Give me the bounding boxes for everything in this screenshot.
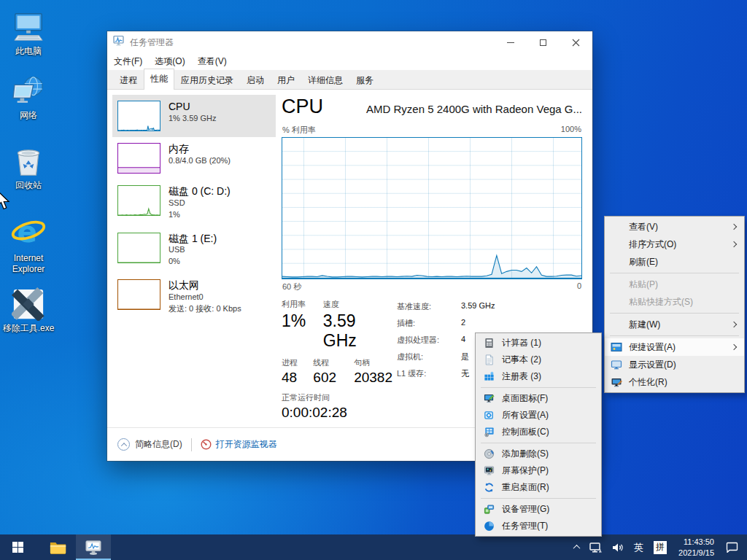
menu-view[interactable]: 查看(V) — [198, 55, 227, 68]
stat-value-handles: 20382 — [354, 370, 392, 386]
menu-options[interactable]: 选项(O) — [155, 55, 185, 68]
fewer-details-toggle[interactable]: 简略信息(D) — [117, 438, 182, 451]
tab-processes[interactable]: 进程 — [113, 70, 144, 90]
sidebar-item-stats: 发送: 0 接收: 0 Kbps — [169, 303, 241, 315]
submenu-calculator[interactable]: 计算器 (1) — [476, 335, 601, 351]
context-menu-paste-shortcut: 粘贴快捷方式(S) — [605, 293, 744, 311]
desktop-icon-network[interactable]: 网络 — [0, 73, 57, 121]
menu-item-label: 记事本 (2) — [502, 354, 541, 366]
stat-label: 正常运行时间 — [282, 392, 347, 403]
tray-clock[interactable]: 11:43:50 2021/9/15 — [672, 534, 721, 560]
menu-separator — [610, 313, 739, 314]
recycle-bin-icon — [0, 143, 57, 178]
minimize-button[interactable] — [494, 31, 527, 53]
desktop-icon-internet-explorer[interactable]: e Internet Explorer — [0, 216, 57, 275]
stat-value-base-speed: 3.59 GHz — [461, 301, 495, 312]
sidebar-item-cpu[interactable]: CPU 1% 3.59 GHz — [112, 95, 276, 137]
stat-label: 线程 — [313, 357, 354, 368]
maximize-button[interactable] — [527, 31, 560, 53]
tray-show-hidden-icons[interactable] — [569, 534, 584, 560]
notepad-icon — [483, 354, 495, 366]
submenu-registry[interactable]: 注册表 (3) — [476, 368, 601, 385]
menu-separator — [481, 443, 596, 443]
submenu-restart-desktop[interactable]: 重启桌面(R) — [476, 479, 601, 496]
tray-language-indicator[interactable]: 英 — [629, 534, 649, 560]
menu-item-label: 添加删除(S) — [502, 448, 549, 460]
stat-label: L1 缓存: — [397, 368, 461, 379]
taskbar: 英 拼 11:43:50 2021/9/15 — [0, 534, 747, 560]
app-icon — [113, 35, 125, 50]
tray-network[interactable] — [584, 534, 607, 560]
close-button[interactable] — [560, 31, 592, 53]
fewer-details-label: 简略信息(D) — [135, 438, 182, 451]
context-menu-display-settings[interactable]: 显示设置(D) — [605, 356, 744, 373]
submenu-device-manager[interactable]: 设备管理(G) — [476, 501, 601, 518]
sidebar-item-disk0[interactable]: 磁盘 0 (C: D:) SSD 1% — [112, 179, 276, 227]
menu-item-label: 任务管理(T) — [502, 520, 548, 532]
open-resource-monitor-link[interactable]: 打开资源监视器 — [201, 438, 277, 451]
context-menu-quick-settings[interactable]: 便捷设置(A) — [605, 338, 744, 356]
sidebar-item-disk1[interactable]: 磁盘 1 (E:) USB 0% — [112, 227, 276, 274]
action-center-button[interactable] — [721, 534, 747, 560]
menu-item-label: 重启桌面(R) — [502, 481, 549, 494]
calculator-icon — [483, 337, 495, 349]
mouse-cursor — [0, 190, 12, 214]
taskbar-task-manager-button[interactable] — [76, 534, 111, 560]
desktop-context-menu: 查看(V) 排序方式(O) 刷新(E) 粘贴(P) 粘贴快捷方式(S) 新建(W… — [604, 216, 745, 393]
submenu-notepad[interactable]: 记事本 (2) — [476, 351, 601, 368]
submenu-add-remove[interactable]: 添加删除(S) — [476, 446, 601, 462]
quick-settings-icon — [610, 341, 622, 354]
action-center-icon — [726, 542, 738, 553]
menu-item-label: 控制面板(C) — [502, 426, 549, 438]
speaker-icon — [612, 542, 624, 553]
title-bar[interactable]: 任务管理器 — [107, 31, 592, 53]
context-menu-personalize[interactable]: 个性化(R) — [605, 373, 744, 391]
submenu-arrow-icon — [731, 344, 737, 350]
menu-file[interactable]: 文件(F) — [114, 55, 142, 68]
context-menu-new[interactable]: 新建(W) — [605, 316, 744, 333]
stat-label: 句柄 — [354, 357, 392, 368]
quick-settings-submenu: 计算器 (1) 记事本 (2) 注册表 (3) — [475, 332, 602, 537]
desktop-icon-recycle-bin[interactable]: 回收站 — [0, 143, 57, 191]
tab-details[interactable]: 详细信息 — [301, 70, 349, 90]
task-manager-icon — [483, 520, 495, 532]
tray-volume[interactable] — [607, 534, 629, 560]
all-settings-icon — [483, 409, 495, 421]
submenu-screensaver[interactable]: 屏幕保护(P) — [476, 462, 601, 479]
tab-users[interactable]: 用户 — [271, 70, 301, 90]
context-menu-refresh[interactable]: 刷新(E) — [605, 253, 744, 271]
stat-value-speed: 3.59 GHz — [323, 311, 392, 351]
desktop-icon-label: 此电脑 — [0, 46, 57, 57]
tray-date: 2021/9/15 — [678, 548, 714, 559]
menu-separator — [610, 273, 739, 273]
submenu-desktop-icons[interactable]: 桌面图标(F) — [476, 390, 601, 407]
submenu-all-settings[interactable]: 所有设置(A) — [476, 407, 601, 424]
tray-ime-indicator[interactable]: 拼 — [649, 534, 672, 560]
disk0-mini-graph — [117, 185, 160, 216]
control-panel-icon — [483, 426, 495, 438]
task-manager-window-icon — [85, 540, 102, 556]
sidebar-item-memory[interactable]: 内存 0.8/4.0 GB (20%) — [112, 137, 276, 179]
context-menu-sort-by[interactable]: 排序方式(O) — [605, 236, 744, 253]
desktop-icon-this-pc[interactable]: 此电脑 — [0, 9, 57, 57]
tab-services[interactable]: 服务 — [349, 70, 380, 90]
disk1-mini-graph — [117, 233, 160, 263]
desktop-icons-icon — [483, 392, 495, 405]
tab-performance[interactable]: 性能 — [144, 69, 174, 90]
menu-item-label: 计算器 (1) — [502, 337, 541, 349]
start-button[interactable] — [0, 534, 35, 560]
submenu-control-panel[interactable]: 控制面板(C) — [476, 424, 601, 440]
stat-value-processes: 48 — [282, 370, 313, 386]
submenu-task-manager[interactable]: 任务管理(T) — [476, 518, 601, 534]
sidebar-item-ethernet[interactable]: 以太网 Ethernet0 发送: 0 接收: 0 Kbps — [112, 273, 276, 321]
menu-item-label: 设备管理(G) — [502, 503, 549, 516]
context-menu-paste: 粘贴(P) — [605, 276, 744, 293]
menu-item-label: 便捷设置(A) — [629, 341, 676, 354]
taskbar-file-explorer-button[interactable] — [41, 534, 76, 560]
tab-app-history[interactable]: 应用历史记录 — [174, 70, 240, 90]
context-menu-view[interactable]: 查看(V) — [605, 218, 744, 236]
tab-startup[interactable]: 启动 — [240, 70, 271, 90]
desktop-icon-remove-tool[interactable]: 移除工具.exe — [0, 286, 57, 334]
x-axis-right: 0 — [577, 281, 581, 292]
stat-label: 虚拟处理器: — [397, 335, 461, 346]
